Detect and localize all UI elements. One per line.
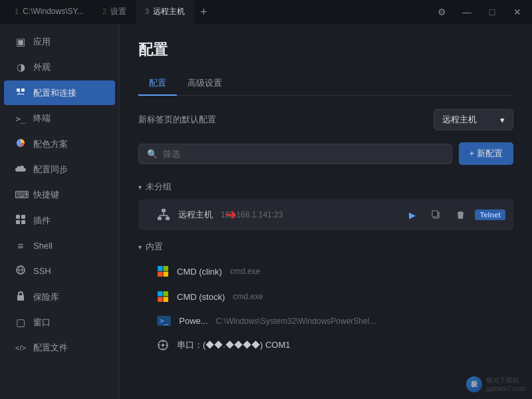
cmd-stock-name: CMD (stock) [177,292,225,302]
copy-button[interactable] [427,205,446,224]
svg-rect-9 [16,220,20,224]
powershell-icon: >_ [157,316,171,326]
apps-icon: ▣ [15,36,27,48]
title-bar: 1 C:\Windows\SY... 2 设置 3 远程主机 + ⚙ — □ ✕ [0,0,532,24]
telnet-badge: Telnet [475,209,505,220]
minimize-button[interactable]: — [458,3,476,21]
watermark-subtext: jgdown7.com [486,385,525,392]
remote-host-actions: ▶ Telnet [403,205,505,224]
network-icon [157,208,170,221]
sidebar-item-cloud-sync[interactable]: 配置同步 [4,158,115,182]
svg-rect-5 [23,94,24,95]
svg-rect-22 [432,211,438,217]
plugins-icon [15,214,27,227]
remote-host-name: 远程主机 [178,209,213,221]
svg-rect-30 [164,297,169,303]
sidebar-item-window[interactable]: ▢ 窗口 [4,311,115,334]
serial-name: 串口：(◆◆.◆◆◆◆) COM1 [177,339,290,351]
config-item-cmd-clink[interactable]: CMD (clink) cmd.exe [138,259,513,283]
group-ungrouped-header[interactable]: ▾ 未分组 [138,177,513,197]
svg-rect-7 [16,215,20,219]
tab-3[interactable]: 3 远程主机 [136,0,194,24]
search-bar: 🔍 + 新配置 [138,142,513,165]
svg-point-32 [162,344,164,346]
group-builtin-chevron-icon: ▾ [138,243,142,251]
sidebar-item-config-connect[interactable]: 配置和连接 [4,80,115,105]
cmd-stock-path: cmd.exe [233,292,263,301]
settings-button[interactable]: ⚙ [432,3,451,21]
content-tabs: 配置 高级设置 [138,72,513,96]
config-item-serial[interactable]: 串口：(◆◆.◆◆◆◆) COM1 [138,333,513,357]
group-chevron-icon: ▾ [138,184,142,191]
svg-rect-8 [21,215,25,219]
config-item-powershell[interactable]: >_ Powe... C:\Windows\System32\WindowsPo… [138,310,513,332]
content-area: 配置 配置 高级设置 新标签页的默认配置 远程主机 ▾ 🔍 + 新配置 ▾ 未分… [120,24,532,399]
config-item-cmd-stock[interactable]: CMD (stock) cmd.exe [138,285,513,309]
svg-rect-24 [164,266,169,271]
group-builtin-header[interactable]: ▾ 内置 [138,237,513,257]
watermark-logo: 极 [466,376,482,392]
svg-rect-23 [158,266,163,271]
play-button[interactable]: ▶ [403,205,422,224]
terminal-icon: >_ [15,114,27,124]
svg-rect-15 [158,217,162,220]
sidebar-item-hotkeys[interactable]: ⌨ 快捷键 [4,183,115,207]
svg-rect-16 [166,217,170,220]
tab-1[interactable]: 1 C:\Windows\SY... [5,0,93,24]
sidebar-item-plugins[interactable]: 插件 [4,208,115,233]
sidebar-item-shell[interactable]: ≡ Shell [4,234,115,257]
default-config-select[interactable]: 远程主机 ▾ [434,109,513,130]
powershell-path: C:\Windows\System32\WindowsPowerShel... [216,317,376,326]
appearance-icon: ◑ [15,61,27,73]
sidebar-item-config-files[interactable]: </> 配置文件 [4,336,115,360]
tab-config[interactable]: 配置 [138,72,177,96]
sidebar-item-ssh[interactable]: SSH [4,259,115,283]
config-files-icon: </> [15,344,27,352]
cmd-clink-path: cmd.exe [230,267,260,276]
svg-rect-10 [21,220,25,224]
sidebar-item-appearance[interactable]: ◑ 外观 [4,55,115,79]
watermark-text: 极光下载站 [486,376,525,385]
ssh-icon [15,265,27,277]
windows-icon-2 [157,291,169,303]
tab-advanced[interactable]: 高级设置 [177,72,233,96]
window-controls: ⚙ — □ ✕ [432,3,527,21]
remote-host-path: 192.168.1.141:23 [221,210,283,219]
vault-icon [15,291,27,303]
svg-rect-0 [17,88,20,92]
sidebar-item-terminal[interactable]: >_ 终端 [4,106,115,130]
search-input[interactable] [163,149,444,159]
maximize-button[interactable]: □ [483,3,501,21]
svg-rect-2 [19,92,20,94]
sidebar-item-color-scheme[interactable]: 配色方案 [4,132,115,156]
search-input-wrap[interactable]: 🔍 [138,144,452,164]
tab-2[interactable]: 2 设置 [93,0,136,24]
svg-rect-26 [164,272,169,277]
hotkeys-icon: ⌨ [15,189,27,201]
default-config-row: 新标签页的默认配置 远程主机 ▾ [138,109,513,130]
svg-rect-29 [158,297,163,303]
chevron-down-icon: ▾ [500,115,505,125]
config-item-remote-host[interactable]: 远程主机 192.168.1.141:23 ➜ ▶ Telnet [138,200,513,230]
svg-rect-27 [158,291,163,297]
watermark: 极 极光下载站 jgdown7.com [466,376,525,392]
sidebar: ▣ 应用 ◑ 外观 配置和连接 >_ 终端 [0,24,120,399]
sidebar-item-apps[interactable]: ▣ 应用 [4,30,115,54]
shell-icon: ≡ [15,240,27,251]
svg-rect-28 [164,291,169,297]
svg-rect-1 [21,88,25,92]
close-button[interactable]: ✕ [508,3,527,21]
windows-icon [157,265,169,277]
new-config-button[interactable]: + 新配置 [459,142,513,165]
svg-rect-4 [17,94,18,95]
svg-rect-3 [17,94,24,94]
window-icon: ▢ [15,317,27,329]
color-scheme-icon [15,138,27,150]
config-connect-icon [15,86,27,99]
sidebar-item-vault[interactable]: 保险库 [4,285,115,309]
cmd-clink-name: CMD (clink) [177,267,222,277]
delete-button[interactable] [451,205,469,224]
page-title: 配置 [138,40,513,60]
new-tab-button[interactable]: + [194,3,213,21]
svg-rect-25 [158,272,163,277]
